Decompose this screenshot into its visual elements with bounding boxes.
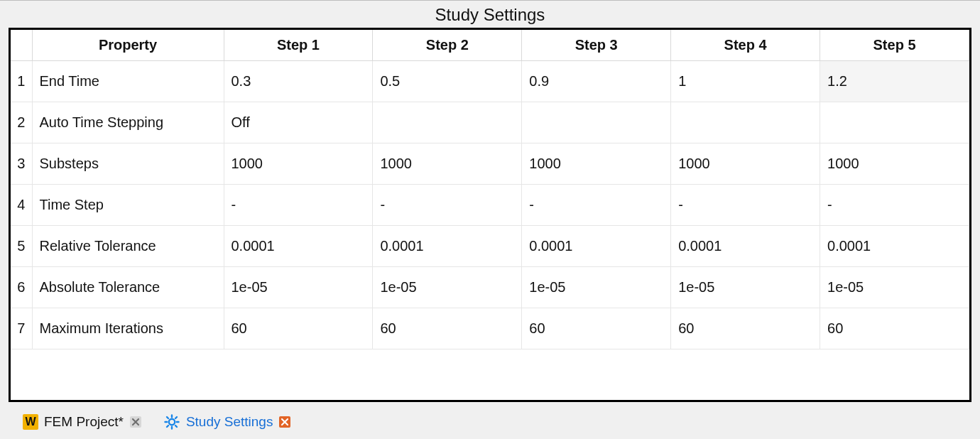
- value-cell[interactable]: 1: [671, 61, 820, 102]
- value-cell[interactable]: [522, 102, 671, 143]
- col-header-property[interactable]: Property: [32, 30, 224, 61]
- value-cell[interactable]: [820, 102, 969, 143]
- value-cell[interactable]: Off: [224, 102, 373, 143]
- col-header-step3[interactable]: Step 3: [522, 30, 671, 61]
- table-row: 3Substeps10001000100010001000: [11, 143, 969, 185]
- value-cell[interactable]: 1e-05: [522, 267, 671, 308]
- value-cell[interactable]: 1000: [820, 143, 969, 185]
- tab-label: FEM Project*: [44, 414, 124, 430]
- value-cell[interactable]: 1.2: [820, 61, 969, 102]
- panel-wrap: Property Step 1 Step 2 Step 3 Step 4 Ste…: [0, 28, 980, 408]
- property-cell[interactable]: Time Step: [32, 185, 224, 226]
- close-icon[interactable]: [129, 416, 142, 428]
- col-header-step4[interactable]: Step 4: [671, 30, 820, 61]
- value-cell[interactable]: 60: [522, 308, 671, 349]
- grid-body: 1End Time0.30.50.911.22Auto Time Steppin…: [11, 61, 969, 349]
- value-cell[interactable]: 0.9: [522, 61, 671, 102]
- value-cell[interactable]: -: [224, 185, 373, 226]
- row-number[interactable]: 1: [11, 61, 32, 102]
- row-number[interactable]: 6: [11, 267, 32, 308]
- col-header-step2[interactable]: Step 2: [373, 30, 522, 61]
- property-cell[interactable]: End Time: [32, 61, 224, 102]
- value-cell[interactable]: 0.0001: [224, 226, 373, 267]
- value-cell[interactable]: 0.0001: [820, 226, 969, 267]
- tab-fem-project[interactable]: W FEM Project*: [18, 413, 146, 431]
- svg-point-1: [169, 419, 175, 425]
- row-number[interactable]: 3: [11, 143, 32, 185]
- value-cell[interactable]: 60: [373, 308, 522, 349]
- table-row: 2Auto Time SteppingOff: [11, 102, 969, 143]
- table-row: 7Maximum Iterations6060606060: [11, 308, 969, 349]
- property-cell[interactable]: Substeps: [32, 143, 224, 185]
- table-row: 5Relative Tolerance0.00010.00010.00010.0…: [11, 226, 969, 267]
- value-cell[interactable]: 1000: [373, 143, 522, 185]
- study-settings-window: Study Settings Property Step 1 Step 2 St…: [0, 0, 980, 439]
- property-cell[interactable]: Absolute Tolerance: [32, 267, 224, 308]
- value-cell[interactable]: [671, 102, 820, 143]
- value-cell[interactable]: 0.0001: [522, 226, 671, 267]
- value-cell[interactable]: -: [820, 185, 969, 226]
- settings-grid-panel: Property Step 1 Step 2 Step 3 Step 4 Ste…: [9, 28, 971, 402]
- value-cell[interactable]: 1e-05: [224, 267, 373, 308]
- row-number[interactable]: 7: [11, 308, 32, 349]
- value-cell[interactable]: 1e-05: [820, 267, 969, 308]
- grid-header-row: Property Step 1 Step 2 Step 3 Step 4 Ste…: [11, 30, 969, 61]
- value-cell[interactable]: 0.3: [224, 61, 373, 102]
- property-cell[interactable]: Relative Tolerance: [32, 226, 224, 267]
- row-number[interactable]: 2: [11, 102, 32, 143]
- close-icon[interactable]: [278, 416, 291, 428]
- value-cell[interactable]: 60: [224, 308, 373, 349]
- tab-study-settings[interactable]: Study Settings: [159, 412, 296, 432]
- tab-strip: W FEM Project* Study Settings: [0, 408, 980, 439]
- value-cell[interactable]: [373, 102, 522, 143]
- value-cell[interactable]: -: [671, 185, 820, 226]
- table-row: 6Absolute Tolerance1e-051e-051e-051e-051…: [11, 267, 969, 308]
- value-cell[interactable]: 0.0001: [373, 226, 522, 267]
- settings-gear-icon: [163, 413, 180, 430]
- settings-grid: Property Step 1 Step 2 Step 3 Step 4 Ste…: [11, 30, 969, 349]
- tab-label: Study Settings: [186, 414, 273, 430]
- col-header-step1[interactable]: Step 1: [224, 30, 373, 61]
- value-cell[interactable]: 1e-05: [671, 267, 820, 308]
- value-cell[interactable]: -: [373, 185, 522, 226]
- value-cell[interactable]: 60: [671, 308, 820, 349]
- value-cell[interactable]: 1000: [671, 143, 820, 185]
- property-cell[interactable]: Auto Time Stepping: [32, 102, 224, 143]
- value-cell[interactable]: 1e-05: [373, 267, 522, 308]
- value-cell[interactable]: 1000: [522, 143, 671, 185]
- grid-corner: [11, 30, 32, 61]
- value-cell[interactable]: 60: [820, 308, 969, 349]
- project-icon: W: [23, 414, 38, 430]
- value-cell[interactable]: 1000: [224, 143, 373, 185]
- value-cell[interactable]: 0.0001: [671, 226, 820, 267]
- value-cell[interactable]: 0.5: [373, 61, 522, 102]
- table-row: 1End Time0.30.50.911.2: [11, 61, 969, 102]
- page-title: Study Settings: [0, 1, 980, 28]
- col-header-step5[interactable]: Step 5: [820, 30, 969, 61]
- property-cell[interactable]: Maximum Iterations: [32, 308, 224, 349]
- value-cell[interactable]: -: [522, 185, 671, 226]
- row-number[interactable]: 5: [11, 226, 32, 267]
- row-number[interactable]: 4: [11, 185, 32, 226]
- table-row: 4Time Step-----: [11, 185, 969, 226]
